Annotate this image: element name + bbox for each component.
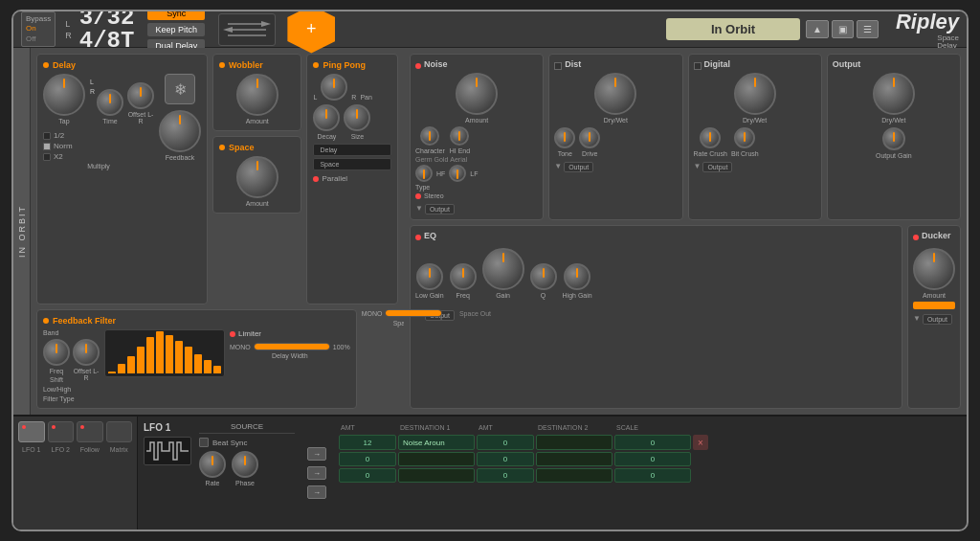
ducker-title-row: Ducker	[913, 231, 955, 244]
preset-save-button[interactable]: ▣	[832, 20, 854, 38]
delay-box[interactable]: Delay	[313, 144, 391, 156]
eq-q-knob[interactable]	[530, 263, 557, 290]
lf-knob[interactable]	[449, 165, 466, 182]
pan-knob[interactable]	[321, 74, 347, 101]
eq-bar	[108, 372, 116, 373]
row1-close-button[interactable]: ×	[693, 435, 708, 450]
offset-lr-group: Offset L-R	[127, 82, 154, 124]
ducker-amount-knob[interactable]	[913, 248, 955, 290]
ducker-led[interactable]	[913, 235, 919, 240]
row1-dest1[interactable]: Noise Aroun	[398, 435, 475, 450]
phase-knob[interactable]	[232, 451, 258, 478]
mono-slider[interactable]	[254, 343, 330, 350]
off-label[interactable]: Off	[26, 34, 51, 44]
space-mono-slider[interactable]	[385, 309, 442, 317]
on-label[interactable]: On	[26, 24, 51, 34]
eq-gain-knob[interactable]	[482, 248, 524, 290]
row3-amt2[interactable]: 0	[477, 468, 534, 483]
row1-amt2[interactable]: 0	[477, 435, 534, 450]
decay-label: Decay	[318, 133, 337, 140]
output-drywet-knob[interactable]	[873, 73, 915, 115]
pp-routing: Delay Space	[313, 144, 391, 170]
dist-title: Dist	[565, 59, 581, 69]
drive-knob[interactable]	[579, 127, 600, 148]
col-dest2-header: DESTINATION 2	[538, 424, 614, 431]
row3-amt[interactable]: 0	[339, 468, 396, 483]
offset-lr-knob[interactable]	[127, 82, 154, 109]
hiend-knob[interactable]	[450, 126, 469, 146]
noise-amount-knob[interactable]	[456, 73, 498, 115]
eq-q-group: Q	[530, 263, 557, 299]
digital-square-led[interactable]	[694, 62, 702, 70]
preset-up-button[interactable]: ▲	[806, 20, 829, 38]
low-gain-knob[interactable]	[416, 263, 443, 290]
delay-time-knob[interactable]	[43, 74, 85, 116]
row3-dest2[interactable]	[536, 468, 612, 483]
lfo1-button[interactable]	[18, 421, 45, 442]
space-amount-knob[interactable]	[236, 156, 278, 198]
arrow-add-button[interactable]: →	[307, 485, 326, 499]
norm-indicator[interactable]	[43, 143, 51, 150]
arrow-up-button[interactable]: →	[307, 447, 326, 461]
lfo2-button[interactable]	[48, 421, 75, 442]
limiter-led[interactable]	[230, 331, 235, 337]
feedback-knob[interactable]	[159, 110, 201, 152]
dist-square-led[interactable]	[554, 62, 562, 70]
noise-output-btn[interactable]: Output	[425, 204, 455, 214]
output-gain-knob[interactable]	[882, 127, 905, 150]
row1-dest2[interactable]	[536, 435, 612, 450]
matrix-button[interactable]	[106, 421, 133, 442]
digital-output-btn[interactable]: Output	[702, 162, 732, 172]
row3-dest1[interactable]	[398, 468, 475, 483]
preset-menu-button[interactable]: ☰	[857, 20, 879, 38]
high-gain-knob[interactable]	[564, 263, 590, 290]
freeze-button[interactable]: ❄	[165, 74, 195, 104]
sync-button[interactable]: Sync	[147, 10, 205, 20]
bit-crush-knob[interactable]	[734, 127, 755, 148]
delay-knobs: L R Tap Time	[43, 74, 154, 124]
r-label: R	[65, 31, 72, 40]
row1-scale[interactable]: 0	[614, 435, 691, 450]
beat-sync-checkbox[interactable]	[199, 438, 209, 447]
stereo-led[interactable]	[415, 193, 421, 199]
eq-led[interactable]	[415, 235, 421, 240]
digital-drywet-knob[interactable]	[734, 73, 776, 115]
dist-drywet-knob[interactable]	[594, 73, 636, 115]
gold-label: Gold	[434, 156, 449, 163]
arrow-down-button[interactable]: →	[307, 466, 326, 480]
hf-knob[interactable]	[415, 165, 433, 182]
keep-pitch-button[interactable]: Keep Pitch	[147, 23, 205, 36]
tone-knob[interactable]	[554, 127, 575, 148]
row2-dest2[interactable]	[536, 452, 612, 466]
eq-bar	[175, 341, 183, 373]
size-knob[interactable]	[344, 104, 370, 131]
noise-led[interactable]	[415, 63, 421, 69]
space-box[interactable]: Space	[313, 158, 391, 170]
ducker-output-btn[interactable]: Output	[923, 314, 952, 325]
wobbler-amount-knob[interactable]	[236, 74, 278, 116]
eq-freq-knob[interactable]	[450, 263, 477, 290]
hex-button[interactable]: +	[287, 10, 335, 54]
limiter-label: Limiter	[238, 329, 261, 338]
rate-crush-knob[interactable]	[700, 127, 721, 148]
row1-amt[interactable]: 12	[339, 435, 396, 450]
freq-knob[interactable]	[43, 339, 70, 366]
delay-time-knob2[interactable]	[97, 89, 123, 116]
dist-output-btn[interactable]: Output	[564, 162, 593, 172]
time-l[interactable]: 3/32	[79, 10, 135, 30]
digital-drywet-group: Dry/Wet	[694, 73, 816, 124]
row2-amt2[interactable]: 0	[477, 452, 534, 466]
half-indicator[interactable]	[43, 132, 51, 140]
rate-knob[interactable]	[199, 451, 226, 478]
char-knob[interactable]	[420, 126, 439, 146]
row3-scale[interactable]: 0	[614, 468, 691, 483]
decay-knob[interactable]	[313, 104, 340, 131]
follow-button[interactable]	[77, 421, 103, 442]
col-close-header	[695, 424, 714, 431]
row2-amt[interactable]: 0	[339, 452, 396, 466]
row2-dest1[interactable]	[398, 452, 475, 466]
row2-scale[interactable]: 0	[614, 452, 691, 466]
offset-lr-fb-knob[interactable]	[73, 339, 100, 366]
parallel-led[interactable]	[313, 176, 319, 182]
x2-indicator[interactable]	[43, 153, 51, 161]
